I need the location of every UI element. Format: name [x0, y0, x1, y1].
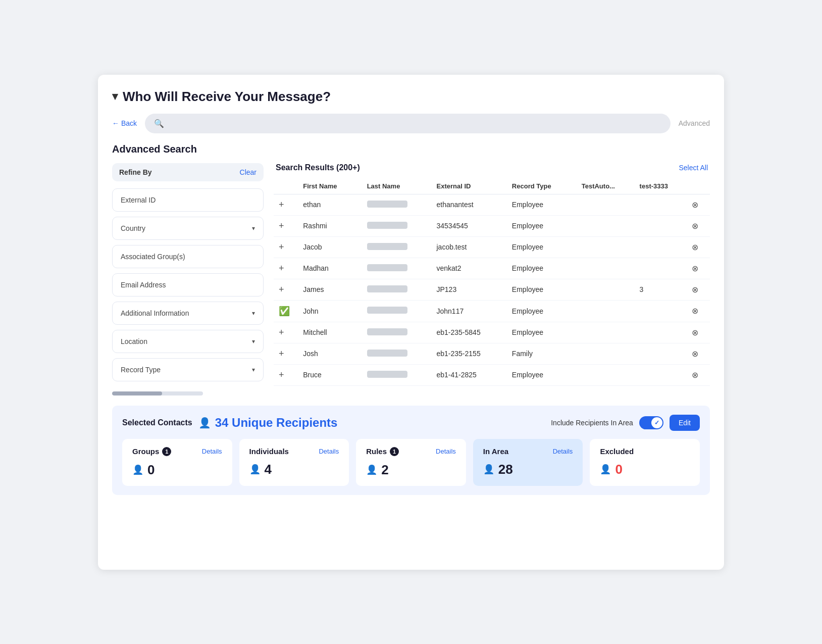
- include-label: Include Recipients In Area: [551, 419, 633, 427]
- row-test-auto: [577, 194, 635, 215]
- row-record-type: Employee: [507, 322, 577, 343]
- include-toggle[interactable]: ✓: [639, 416, 663, 429]
- row-test3333: [635, 364, 687, 385]
- select-all-button[interactable]: Select All: [679, 164, 708, 172]
- row-first-name: Jacob: [298, 236, 362, 258]
- recipients-count-value: 34 Unique Recipients: [215, 416, 338, 430]
- row-remove-cell[interactable]: ⊗: [687, 194, 710, 215]
- row-action-cell[interactable]: +: [274, 343, 298, 364]
- remove-icon[interactable]: ⊗: [692, 307, 698, 315]
- row-first-name: James: [298, 279, 362, 300]
- row-action-cell[interactable]: +: [274, 279, 298, 300]
- back-link[interactable]: ← Back: [112, 119, 137, 127]
- add-button[interactable]: +: [279, 327, 284, 337]
- person-icon: 👤: [249, 464, 261, 475]
- remove-icon[interactable]: ⊗: [692, 285, 698, 294]
- search-bar[interactable]: 🔍: [145, 114, 671, 133]
- add-button[interactable]: +: [279, 221, 284, 231]
- row-external-id: eb1-235-2155: [431, 343, 506, 364]
- row-remove-cell[interactable]: ⊗: [687, 279, 710, 300]
- row-action-cell[interactable]: +: [274, 236, 298, 258]
- refine-header: Refine By Clear: [112, 163, 264, 181]
- row-external-id: 34534545: [431, 215, 506, 236]
- row-remove-cell[interactable]: ⊗: [687, 322, 710, 343]
- page-title: Who Will Receive Your Message?: [123, 89, 331, 105]
- card-details-button[interactable]: Details: [553, 448, 573, 455]
- add-button[interactable]: +: [279, 242, 284, 252]
- row-test-auto: [577, 322, 635, 343]
- row-action-cell[interactable]: +: [274, 364, 298, 385]
- add-button[interactable]: +: [279, 200, 284, 210]
- filter-associated-groups[interactable]: Associated Group(s): [112, 245, 264, 268]
- row-action-cell[interactable]: ✅: [274, 300, 298, 322]
- card-in-area: In Area Details 👤 28: [473, 439, 583, 486]
- card-number: 0: [147, 462, 155, 478]
- row-action-cell[interactable]: +: [274, 215, 298, 236]
- row-external-id: eb1-41-2825: [431, 364, 506, 385]
- right-controls: Include Recipients In Area ✓ Edit: [551, 415, 700, 431]
- card-title: In Area: [483, 447, 508, 456]
- search-input[interactable]: [169, 119, 661, 128]
- filter-country-label: Country: [121, 224, 145, 232]
- add-button[interactable]: +: [279, 370, 284, 380]
- card-count: 👤 28: [483, 462, 573, 477]
- row-action-cell[interactable]: +: [274, 322, 298, 343]
- row-external-id: ethanantest: [431, 194, 506, 215]
- selected-check-icon[interactable]: ✅: [279, 306, 290, 316]
- remove-icon[interactable]: ⊗: [692, 201, 698, 209]
- remove-icon[interactable]: ⊗: [692, 328, 698, 337]
- card-details-button[interactable]: Details: [202, 448, 222, 455]
- card-count: 👤 0: [600, 462, 690, 477]
- filter-email-address[interactable]: Email Address: [112, 273, 264, 296]
- row-test-auto: [577, 364, 635, 385]
- add-button[interactable]: +: [279, 349, 284, 359]
- remove-icon[interactable]: ⊗: [692, 350, 698, 358]
- filter-additional-info[interactable]: Additional Information ▾: [112, 302, 264, 325]
- add-button[interactable]: +: [279, 263, 284, 273]
- row-remove-cell[interactable]: ⊗: [687, 258, 710, 279]
- row-first-name: Josh: [298, 343, 362, 364]
- row-remove-cell[interactable]: ⊗: [687, 343, 710, 364]
- results-table-wrapper[interactable]: First Name Last Name External ID Record …: [274, 178, 710, 386]
- clear-button[interactable]: Clear: [240, 168, 256, 176]
- table-header-row: First Name Last Name External ID Record …: [274, 178, 710, 194]
- chevron-down-icon: ▾: [252, 310, 255, 317]
- card-details-button[interactable]: Details: [319, 448, 339, 455]
- filter-external-id[interactable]: External ID: [112, 188, 264, 212]
- card-number: 4: [265, 462, 272, 477]
- edit-button[interactable]: Edit: [670, 415, 700, 431]
- card-count: 👤 2: [366, 462, 456, 478]
- add-button[interactable]: +: [279, 284, 284, 294]
- main-content: Refine By Clear External ID Country ▾ As…: [112, 163, 710, 395]
- remove-icon[interactable]: ⊗: [692, 371, 698, 379]
- row-external-id: eb1-235-5845: [431, 322, 506, 343]
- table-row: ✅ John John117 Employee ⊗: [274, 300, 710, 322]
- row-remove-cell[interactable]: ⊗: [687, 364, 710, 385]
- filter-location[interactable]: Location ▾: [112, 330, 264, 353]
- row-last-name: [362, 300, 432, 322]
- collapse-icon[interactable]: ▾: [112, 90, 118, 103]
- card-badge: 1: [390, 447, 399, 456]
- row-action-cell[interactable]: +: [274, 258, 298, 279]
- card-details-button[interactable]: Details: [436, 448, 456, 455]
- row-test3333: [635, 215, 687, 236]
- remove-icon[interactable]: ⊗: [692, 243, 698, 252]
- card-number: 0: [615, 462, 622, 477]
- filter-email-address-label: Email Address: [121, 281, 166, 289]
- row-first-name: Mitchell: [298, 322, 362, 343]
- row-remove-cell[interactable]: ⊗: [687, 215, 710, 236]
- remove-icon[interactable]: ⊗: [692, 264, 698, 273]
- advanced-link[interactable]: Advanced: [679, 119, 710, 127]
- filter-record-type[interactable]: Record Type ▾: [112, 358, 264, 381]
- row-remove-cell[interactable]: ⊗: [687, 236, 710, 258]
- row-first-name: John: [298, 300, 362, 322]
- chevron-down-icon: ▾: [252, 366, 255, 373]
- remove-icon[interactable]: ⊗: [692, 222, 698, 230]
- row-action-cell[interactable]: +: [274, 194, 298, 215]
- row-last-name: [362, 279, 432, 300]
- row-remove-cell[interactable]: ⊗: [687, 300, 710, 322]
- results-panel: Search Results (200+) Select All First N…: [274, 163, 710, 395]
- filter-country[interactable]: Country ▾: [112, 217, 264, 240]
- row-record-type: Family: [507, 343, 577, 364]
- card-badge: 1: [162, 447, 171, 456]
